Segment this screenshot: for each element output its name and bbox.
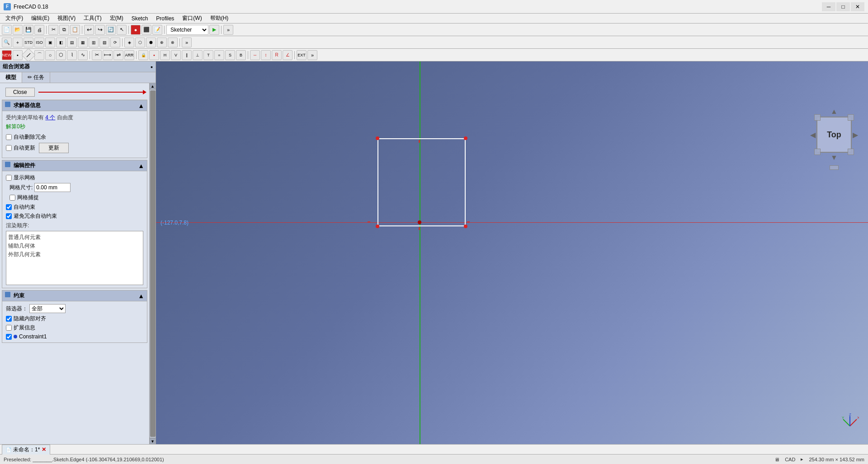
refresh-button[interactable]: 🔄 bbox=[106, 25, 116, 35]
auto-remove-checkbox[interactable] bbox=[6, 134, 12, 140]
auto-update-checkbox[interactable] bbox=[6, 145, 12, 151]
stop-button[interactable]: ⬛ bbox=[142, 25, 151, 35]
menu-macro[interactable]: 宏(M) bbox=[106, 14, 127, 23]
part-open-button[interactable]: ⬡ bbox=[135, 37, 145, 47]
menu-tools[interactable]: 工具(T) bbox=[80, 14, 105, 23]
nav-up-button[interactable]: ▲ bbox=[830, 107, 839, 117]
nav-left-button[interactable]: ◀ bbox=[809, 130, 816, 140]
mirror-button[interactable]: ⇌ bbox=[113, 50, 123, 60]
menu-sketch[interactable]: Sketch bbox=[128, 14, 152, 23]
scroll-down-button[interactable]: ▼ bbox=[150, 438, 156, 444]
constraint-equal-button[interactable]: = bbox=[214, 50, 224, 60]
update-button[interactable]: 更新 bbox=[39, 143, 69, 153]
constraint-tangent-button[interactable]: T bbox=[203, 50, 213, 60]
point-button[interactable]: • bbox=[13, 50, 23, 60]
record-macro-button[interactable]: ● bbox=[131, 25, 141, 35]
menu-view[interactable]: 视图(V) bbox=[54, 14, 79, 23]
close-window-button[interactable]: ✕ bbox=[851, 2, 864, 11]
back-view-button[interactable]: ◧ bbox=[56, 37, 66, 47]
restore-button[interactable]: □ bbox=[836, 2, 850, 11]
cut-button[interactable]: ✂ bbox=[48, 25, 58, 35]
constraint-section-header[interactable]: 约束 ▲ bbox=[2, 291, 147, 301]
trim-button[interactable]: ✂ bbox=[92, 50, 102, 60]
dim-radius-button[interactable]: R bbox=[272, 50, 282, 60]
tab-close-button[interactable]: ✕ bbox=[42, 446, 46, 453]
more-button[interactable]: » bbox=[223, 25, 233, 35]
open-file-button[interactable]: 📂 bbox=[13, 25, 23, 35]
menu-profiles[interactable]: Profiles bbox=[152, 14, 178, 23]
left-view-button[interactable]: ▥ bbox=[89, 37, 99, 47]
menu-help[interactable]: 帮助(H) bbox=[207, 14, 232, 23]
macro-editor-button[interactable]: 📝 bbox=[152, 25, 162, 35]
constraint-perpendicular-button[interactable]: ⊥ bbox=[193, 50, 203, 60]
select-button[interactable]: ↖ bbox=[117, 25, 127, 35]
constraint-fix-button[interactable]: 🔒 bbox=[138, 50, 148, 60]
front-view-button[interactable]: ▣ bbox=[45, 37, 55, 47]
constraint-block-button[interactable]: B bbox=[236, 50, 246, 60]
solver-section-header[interactable]: 求解器信息 ▲ bbox=[2, 100, 147, 111]
freedom-link[interactable]: 4 个 bbox=[45, 114, 55, 121]
show-grid-checkbox[interactable] bbox=[6, 175, 12, 181]
part-import-button[interactable]: ⊕ bbox=[157, 37, 167, 47]
close-panel-button[interactable]: Close bbox=[5, 88, 35, 97]
new-file-button[interactable]: 📄 bbox=[2, 25, 12, 35]
save-button[interactable]: 💾 bbox=[24, 25, 33, 35]
more-sketcher[interactable]: » bbox=[307, 50, 317, 60]
menu-window[interactable]: 窗口(W) bbox=[179, 14, 205, 23]
dim-vertical-button[interactable]: ↕ bbox=[261, 50, 271, 60]
avoid-redundant-checkbox[interactable] bbox=[6, 213, 12, 219]
panel-collapse-button[interactable]: ▪ bbox=[151, 63, 153, 70]
std-view-button[interactable]: STD bbox=[24, 37, 33, 47]
arc-button[interactable]: ⌒ bbox=[34, 50, 44, 60]
zoom-fit-button[interactable]: 🔍 bbox=[2, 37, 12, 47]
tab-model[interactable]: 模型 bbox=[0, 72, 22, 83]
constraint1-checkbox[interactable] bbox=[6, 334, 12, 340]
new-sketch-button[interactable]: NEW bbox=[2, 50, 12, 60]
polyline-button[interactable]: ⌇ bbox=[67, 50, 77, 60]
panel-scrollbar[interactable]: ▲ ▼ bbox=[149, 83, 156, 444]
solver-collapse-icon[interactable]: ▲ bbox=[138, 102, 144, 109]
auto-constraint-checkbox[interactable] bbox=[6, 204, 12, 210]
print-button[interactable]: 🖨 bbox=[34, 25, 44, 35]
scroll-thumb[interactable] bbox=[150, 90, 156, 437]
copy-button[interactable]: ⧉ bbox=[59, 25, 69, 35]
part-new-button[interactable]: ◈ bbox=[124, 37, 134, 47]
constraint-coincident-button[interactable]: • bbox=[149, 50, 159, 60]
filter-select[interactable]: 全部 水平 垂直 bbox=[29, 304, 66, 313]
nav-down-button[interactable]: ▼ bbox=[830, 153, 839, 163]
ellipse-button[interactable]: ⬡ bbox=[56, 50, 66, 60]
bottom-view-button[interactable]: ▦ bbox=[78, 37, 88, 47]
scroll-up-button[interactable]: ▲ bbox=[150, 83, 156, 89]
viewport[interactable]: (-127.0,7.8) ▲ ◀ Top ▶ ▼ bbox=[156, 61, 868, 444]
right-view-button[interactable]: ▧ bbox=[99, 37, 109, 47]
grid-size-input[interactable] bbox=[34, 183, 71, 192]
circle-button[interactable]: ○ bbox=[45, 50, 55, 60]
constraint-collapse-icon[interactable]: ▲ bbox=[138, 292, 144, 300]
menu-file[interactable]: 文件(F) bbox=[2, 14, 27, 23]
constraint-parallel-button[interactable]: ∥ bbox=[182, 50, 192, 60]
nav-cube-bottom-icon[interactable] bbox=[830, 165, 839, 170]
run-macro-button[interactable]: ▶ bbox=[209, 25, 219, 35]
tab-task[interactable]: ✏ 任务 bbox=[22, 72, 50, 83]
minimize-button[interactable]: ─ bbox=[822, 2, 835, 11]
nav-right-button[interactable]: ▶ bbox=[852, 130, 859, 140]
view-more[interactable]: » bbox=[182, 37, 192, 47]
rotate-view-button[interactable]: ⟳ bbox=[110, 37, 120, 47]
zoom-in-button[interactable]: + bbox=[13, 37, 23, 47]
undo-button[interactable]: ↩ bbox=[84, 25, 94, 35]
constraint-horizontal-button[interactable]: H bbox=[160, 50, 170, 60]
constraint-symmetric-button[interactable]: S bbox=[225, 50, 235, 60]
menu-edit[interactable]: 编辑(E) bbox=[28, 14, 53, 23]
line-button[interactable]: ─ bbox=[21, 49, 35, 61]
ext-edge-button[interactable]: EXT bbox=[297, 50, 307, 60]
constraint-vertical-button[interactable]: V bbox=[171, 50, 181, 60]
array-button[interactable]: ARR bbox=[124, 50, 134, 60]
document-tab[interactable]: 📄 未命名：1* ✕ bbox=[2, 445, 50, 455]
iso-view-button[interactable]: ISO bbox=[34, 37, 44, 47]
spline-button[interactable]: ∿ bbox=[78, 50, 88, 60]
part-export-button[interactable]: ⊗ bbox=[168, 37, 178, 47]
workbench-selector[interactable]: Sketcher Part Design Part bbox=[166, 25, 208, 35]
dim-horizontal-button[interactable]: ↔ bbox=[250, 50, 260, 60]
expand-info-checkbox[interactable] bbox=[6, 325, 12, 331]
edit-collapse-icon[interactable]: ▲ bbox=[138, 162, 144, 169]
